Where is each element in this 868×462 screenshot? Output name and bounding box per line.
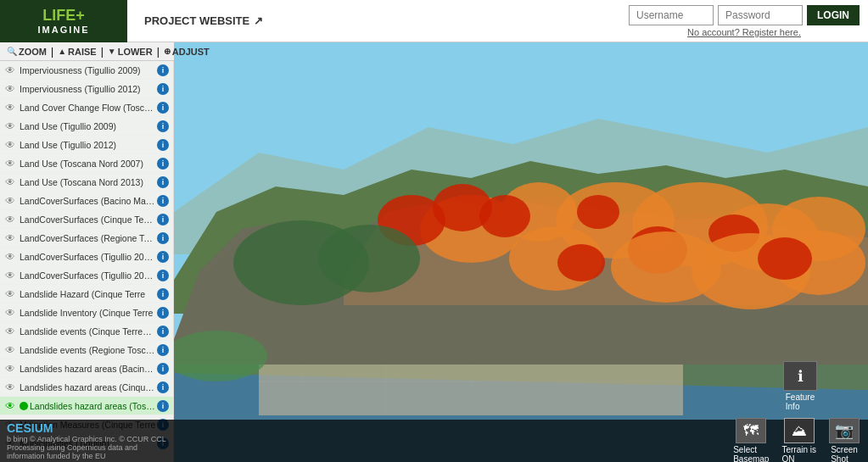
eye-icon: 👁 — [4, 195, 16, 207]
layer-name: Land Use (Toscana Nord 2007) — [20, 159, 157, 169]
lower-tool[interactable]: ▼ LOWER — [108, 47, 153, 57]
svg-point-13 — [479, 195, 530, 237]
login-button[interactable]: LOGIN — [807, 5, 860, 25]
layer-item[interactable]: 👁Land Use (Tigullio 2009)i — [0, 117, 173, 136]
layer-info-button[interactable]: i — [157, 214, 169, 225]
eye-icon: 👁 — [4, 139, 16, 151]
layer-info-button[interactable]: i — [157, 344, 169, 356]
adjust-label: ADJUST — [172, 47, 210, 57]
layer-item[interactable]: 👁LandCoverSurfaces (Regione To…i — [0, 229, 173, 248]
layer-info-button[interactable]: i — [157, 176, 169, 188]
layer-item[interactable]: 👁Landslide events (Regione Tosc…i — [0, 341, 173, 359]
layer-item[interactable]: 👁Landslide Inventory (Cinque Terrei — [0, 303, 173, 322]
cesium-logo-area: CESIUM b bing © Analytical Graphics Inc.… — [7, 421, 167, 460]
feature-info-button[interactable]: ℹ FeatureInfo — [783, 361, 817, 411]
layer-item[interactable]: 👁Land Use (Toscana Nord 2007)i — [0, 154, 173, 173]
password-input[interactable] — [718, 5, 803, 25]
eye-icon: 👁 — [4, 307, 16, 319]
eye-icon: 👁 — [4, 102, 16, 114]
screenshot-icon: 📷 — [829, 418, 860, 443]
logo: LIFE+ IMAGINE — [37, 7, 89, 35]
layer-name: Land Use (Toscana Nord 2013) — [20, 177, 157, 187]
layer-item[interactable]: 👁Land Cover Change Flow (Toscanai — [0, 98, 173, 117]
eye-icon: 👁 — [4, 176, 16, 188]
layer-item[interactable]: 👁LandCoverSurfaces (Bacino Ma…i — [0, 192, 173, 210]
layer-info-button[interactable]: i — [157, 363, 169, 375]
lower-icon: ▼ — [108, 47, 116, 56]
eye-icon: 👁 — [4, 158, 16, 170]
layer-info-button[interactable]: i — [157, 139, 169, 151]
username-input[interactable] — [629, 5, 714, 25]
layer-name: Imperviousness (Tigullio 2009) — [20, 65, 157, 75]
layer-info-button[interactable]: i — [157, 102, 169, 114]
layer-info-button[interactable]: i — [157, 251, 169, 263]
layer-name: LandCoverSurfaces (Bacino Ma… — [20, 196, 157, 206]
layer-name: Landslides hazard areas (Cinqu… — [20, 382, 157, 392]
layer-name: Landslide Inventory (Cinque Terre — [20, 308, 157, 318]
raise-label: RAISE — [68, 47, 97, 57]
layer-item[interactable]: 👁LandCoverSurfaces (Cinque Te…i — [0, 210, 173, 229]
layer-info-button[interactable]: i — [157, 288, 169, 300]
layer-item[interactable]: 👁Landslides hazard areas (Tosca…i — [0, 397, 173, 415]
layer-info-button[interactable]: i — [157, 64, 169, 76]
screenshot-label: ScreenShot — [831, 445, 858, 462]
layer-item[interactable]: 👁Landslides hazard areas (Bacin…i — [0, 359, 173, 378]
screenshot-tool[interactable]: 📷 ScreenShot — [829, 418, 860, 462]
layer-name: Land Cover Change Flow (Toscana — [20, 103, 157, 113]
map-background: ℹ FeatureInfo — [174, 42, 868, 462]
svg-point-24 — [318, 225, 420, 292]
logo-life: LIFE+ — [42, 7, 85, 25]
adjust-tool[interactable]: ⊕ ADJUST — [164, 47, 210, 57]
eye-icon: 👁 — [4, 251, 16, 263]
layer-info-button[interactable]: i — [157, 195, 169, 207]
layer-info-button[interactable]: i — [157, 400, 169, 412]
layer-info-button[interactable]: i — [157, 326, 169, 337]
cesium-bar: CESIUM b bing © Analytical Graphics Inc.… — [0, 420, 174, 462]
eye-icon: 👁 — [4, 270, 16, 281]
zoom-tool[interactable]: 🔍 ZOOM — [7, 47, 47, 57]
auth-inputs: LOGIN — [629, 5, 860, 25]
layer-item[interactable]: 👁Land Use (Toscana Nord 2013)i — [0, 173, 173, 192]
layer-item[interactable]: 👁Imperviousness (Tigullio 2012)i — [0, 80, 173, 98]
layer-item[interactable]: 👁Imperviousness (Tigullio 2009)i — [0, 61, 173, 80]
layer-item[interactable]: 👁Landslide events (Cinque Terre…i — [0, 322, 173, 341]
layer-name: Landslide Hazard (Cinque Terre — [20, 289, 157, 299]
layer-item[interactable]: 👁LandCoverSurfaces (Tigullio 20…i — [0, 266, 173, 285]
layer-item[interactable]: 👁Landslide Hazard (Cinque Terrei — [0, 285, 173, 303]
layer-info-button[interactable]: i — [157, 158, 169, 170]
layer-info-button[interactable]: i — [157, 381, 169, 393]
layer-info-button[interactable]: i — [157, 120, 169, 132]
logo-imagine: IMAGINE — [37, 25, 89, 35]
layer-info-button[interactable]: i — [157, 307, 169, 319]
project-website-label: PROJECT WEBSITE — [144, 14, 249, 27]
layer-name: LandCoverSurfaces (Regione To… — [20, 233, 157, 243]
eye-icon: 👁 — [4, 214, 16, 225]
eye-icon: 👁 — [4, 400, 16, 412]
layer-item[interactable]: 👁Landslides hazard areas (Cinqu…i — [0, 378, 173, 397]
project-website-link[interactable]: PROJECT WEBSITE ↗ — [144, 14, 263, 27]
raise-tool[interactable]: ▲ RAISE — [58, 47, 97, 57]
layer-item[interactable]: 👁LandCoverSurfaces (Tigullio 20…i — [0, 248, 173, 266]
terrain-icon: ⛰ — [784, 418, 815, 443]
layer-name: LandCoverSurfaces (Tigullio 20… — [20, 270, 157, 281]
header: LIFE+ IMAGINE PROJECT WEBSITE ↗ LOGIN No… — [0, 0, 868, 42]
eye-icon: 👁 — [4, 363, 16, 375]
terrain-tool[interactable]: ⛰ Terrain isON — [781, 418, 816, 462]
eye-icon: 👁 — [4, 381, 16, 393]
svg-point-14 — [577, 195, 619, 229]
layer-item[interactable]: 👁Land Use (Tigullio 2012)i — [0, 136, 173, 154]
layer-info-button[interactable]: i — [157, 83, 169, 95]
no-account-link[interactable]: No account? Register here. — [687, 27, 801, 37]
select-basemap-label: SelectBasemap — [733, 445, 769, 462]
select-basemap-tool[interactable]: 🗺 SelectBasemap — [733, 418, 769, 462]
terrain-label: Terrain isON — [781, 445, 816, 462]
svg-point-21 — [557, 244, 605, 281]
toolbar: 🔍 ZOOM | ▲ RAISE | ▼ LOWER | ⊕ ADJUST — [0, 42, 174, 61]
layer-name: LandCoverSurfaces (Cinque Te… — [20, 214, 157, 225]
layer-info-button[interactable]: i — [157, 270, 169, 281]
cesium-attribution: b bing © Analytical Graphics Inc. © CCUR… — [7, 435, 167, 460]
map[interactable]: ℹ FeatureInfo — [174, 42, 868, 462]
layer-color-dot — [20, 402, 28, 410]
auth-area: LOGIN No account? Register here. — [629, 5, 868, 37]
layer-info-button[interactable]: i — [157, 232, 169, 244]
